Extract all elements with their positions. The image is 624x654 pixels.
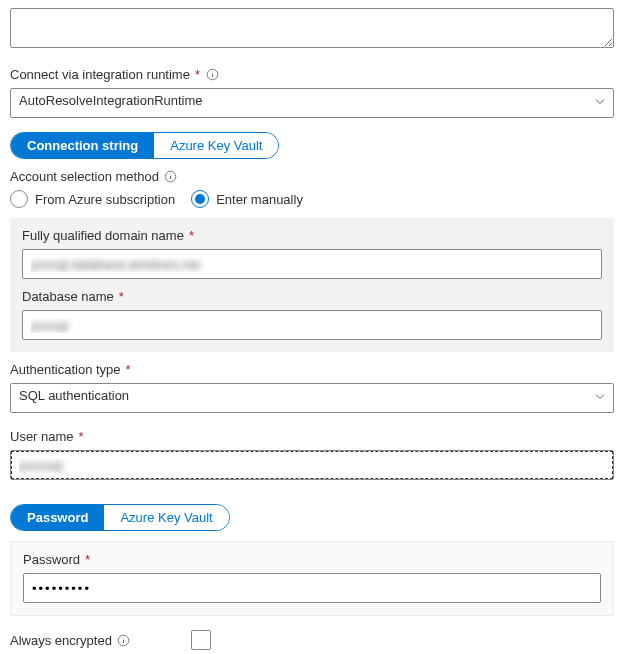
always-encrypted-label: Always encrypted	[10, 633, 112, 648]
always-encrypted-checkbox[interactable]	[191, 630, 211, 650]
svg-point-8	[123, 637, 124, 638]
password-required: *	[85, 552, 90, 567]
fqdn-required: *	[189, 228, 194, 243]
info-icon[interactable]	[164, 170, 178, 184]
account-method-label: Account selection method	[10, 169, 159, 184]
username-input[interactable]	[10, 450, 614, 480]
tab-password-akv[interactable]: Azure Key Vault	[104, 505, 228, 530]
ir-dropdown[interactable]: AutoResolveIntegrationRuntime	[10, 88, 614, 118]
fqdn-label: Fully qualified domain name	[22, 228, 184, 243]
tab-password[interactable]: Password	[11, 505, 104, 530]
authtype-required: *	[126, 362, 131, 377]
svg-point-2	[212, 71, 213, 72]
dbname-label: Database name	[22, 289, 114, 304]
tab-azure-key-vault[interactable]: Azure Key Vault	[154, 133, 278, 158]
authtype-dropdown[interactable]: SQL authentication	[10, 383, 614, 413]
radio-icon	[191, 190, 209, 208]
dbname-required: *	[119, 289, 124, 304]
username-label: User name	[10, 429, 74, 444]
radio-from-subscription[interactable]: From Azure subscription	[10, 190, 175, 208]
password-panel: Password *	[10, 541, 614, 616]
description-textarea[interactable]	[10, 8, 614, 48]
password-method-tabs: Password Azure Key Vault	[10, 504, 230, 531]
ir-label: Connect via integration runtime	[10, 67, 190, 82]
password-input[interactable]	[23, 573, 601, 603]
dbname-input[interactable]	[22, 310, 602, 340]
radio-label: From Azure subscription	[35, 192, 175, 207]
ir-dropdown-value: AutoResolveIntegrationRuntime	[10, 88, 614, 118]
authtype-label: Authentication type	[10, 362, 121, 377]
radio-icon	[10, 190, 28, 208]
radio-label: Enter manually	[216, 192, 303, 207]
radio-enter-manually[interactable]: Enter manually	[191, 190, 303, 208]
ir-required: *	[195, 67, 200, 82]
manual-account-panel: Fully qualified domain name * Database n…	[10, 218, 614, 352]
username-required: *	[79, 429, 84, 444]
fqdn-input[interactable]	[22, 249, 602, 279]
tab-connection-string[interactable]: Connection string	[11, 133, 154, 158]
info-icon[interactable]	[205, 68, 219, 82]
svg-point-5	[170, 173, 171, 174]
connection-method-tabs: Connection string Azure Key Vault	[10, 132, 279, 159]
password-label: Password	[23, 552, 80, 567]
authtype-dropdown-value: SQL authentication	[10, 383, 614, 413]
info-icon[interactable]	[117, 633, 131, 647]
